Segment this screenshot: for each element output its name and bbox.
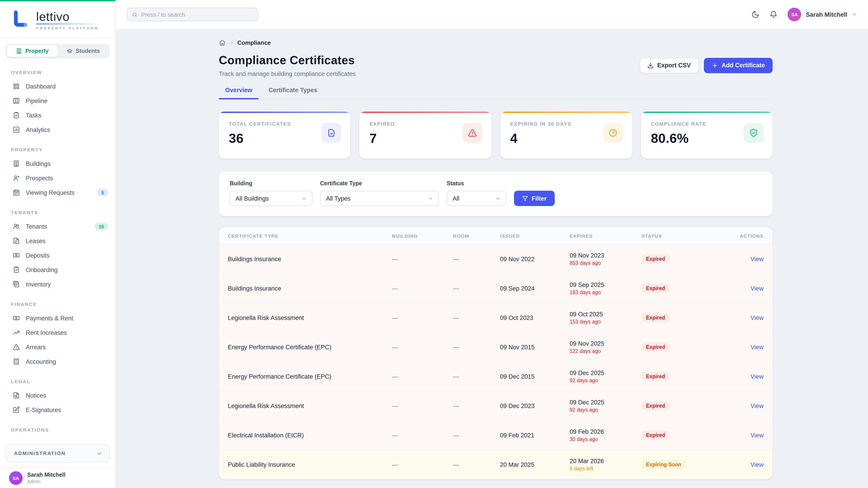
view-link[interactable]: View: [750, 432, 764, 438]
cell-expires-note: 92 days ago: [569, 407, 642, 413]
sidebar-item-label: Notices: [26, 392, 108, 399]
cell-issued: 09 Dec 2015: [500, 373, 569, 380]
sidebar-item-analytics[interactable]: Analytics: [0, 123, 115, 137]
sidebar-item-label: Onboarding: [26, 266, 108, 273]
view-link[interactable]: View: [750, 285, 764, 292]
view-link[interactable]: View: [750, 402, 764, 409]
filter-panel: Building All Buildings Certificate Type …: [219, 172, 773, 216]
sidebar-user[interactable]: SA Sarah Mitchell Admin: [0, 467, 115, 488]
sidebar-item-label: E-Signatures: [26, 406, 108, 413]
sidebar-item-notices[interactable]: Notices: [0, 388, 115, 402]
stat-total-certificates: TOTAL CERTIFICATES 36: [219, 111, 350, 159]
col-expires: EXPIRES: [569, 233, 642, 238]
main-area: SA Sarah Mitchell Compliance Compliance …: [116, 0, 868, 488]
sidebar-item-prospects[interactable]: Prospects: [0, 171, 115, 185]
sidebar-item-payments-rent[interactable]: Payments & Rent: [0, 311, 115, 325]
cell-issued: 09 Nov 2022: [500, 256, 569, 262]
status-badge: Expired: [642, 284, 670, 293]
view-link[interactable]: View: [750, 373, 764, 380]
sidebar-item-label: Dashboard: [26, 83, 108, 90]
user-menu[interactable]: SA Sarah Mitchell: [788, 8, 857, 21]
sidebar-item-rent-increases[interactable]: Rent Increases: [0, 325, 115, 340]
add-certificate-button[interactable]: Add Certificate: [704, 58, 773, 73]
toggle-property[interactable]: Property: [7, 45, 58, 57]
sidebar-item-viewing-requests[interactable]: Viewing Requests 5: [0, 185, 115, 200]
sidebar-item-label: Inventory: [26, 281, 108, 288]
page-title: Compliance Certificates: [219, 53, 355, 67]
view-link[interactable]: View: [750, 461, 764, 468]
stat-cards: TOTAL CERTIFICATES 36 EXPIRED: [219, 111, 773, 159]
stat-label: TOTAL CERTIFICATES: [229, 121, 291, 127]
sidebar-item-label: Viewing Requests: [26, 189, 91, 196]
export-csv-button[interactable]: Export CSV: [640, 58, 699, 73]
lettivo-logo-icon: [11, 9, 31, 29]
view-link[interactable]: View: [750, 344, 764, 350]
cell-certificate-type: Legionella Risk Assessment: [228, 314, 392, 321]
viewing-requests-badge: 5: [97, 189, 108, 196]
sidebar-item-buildings[interactable]: Buildings: [0, 156, 115, 171]
global-search[interactable]: [127, 8, 258, 21]
col-issued: ISSUED: [500, 233, 569, 238]
file-check-icon: [322, 123, 342, 143]
breadcrumb: Compliance: [219, 39, 773, 46]
view-link[interactable]: View: [750, 256, 764, 262]
cell-building: —: [392, 285, 453, 292]
status-filter-label: Status: [447, 180, 506, 187]
sidebar-item-label: Leases: [26, 237, 108, 244]
avatar: SA: [9, 471, 23, 485]
app-root: lettivo PROPERTY PLATFORM Property Stude…: [0, 0, 868, 488]
kanban-icon: [13, 97, 20, 104]
building-filter-select[interactable]: All Buildings: [230, 191, 312, 206]
sidebar-nav: OVERVIEW Dashboard Pipeline Tasks Analyt…: [0, 58, 115, 441]
col-actions: ACTIONS: [705, 233, 764, 238]
dark-mode-button[interactable]: [752, 10, 760, 19]
cell-certificate-type: Public Liability Insurance: [228, 461, 392, 468]
tab-certificate-types[interactable]: Certificate Types: [262, 87, 324, 99]
view-link[interactable]: View: [750, 314, 764, 321]
chevron-down-icon: [495, 196, 500, 201]
toggle-students-label: Students: [76, 48, 100, 54]
copy-list-icon: [13, 281, 20, 288]
sidebar-item-pipeline[interactable]: Pipeline: [0, 94, 115, 108]
status-badge: Expired: [642, 372, 670, 381]
stat-value: 4: [510, 131, 571, 146]
notifications-button[interactable]: [770, 10, 778, 19]
avatar: SA: [788, 8, 801, 21]
cell-issued: 09 Feb 2021: [500, 432, 569, 438]
table-row: Legionella Risk Assessment — — 09 Oct 20…: [219, 303, 773, 332]
brand-name: lettivo: [36, 10, 99, 23]
sidebar-item-arrears[interactable]: Arrears: [0, 340, 115, 354]
col-status: STATUS: [642, 233, 705, 238]
sidebar-item-tasks[interactable]: Tasks: [0, 108, 115, 123]
sidebar-item-leases[interactable]: Leases: [0, 234, 115, 248]
filter-button[interactable]: Filter: [514, 191, 555, 206]
user-plus-icon: [13, 174, 20, 182]
home-icon[interactable]: [219, 39, 225, 46]
page-content: Compliance Compliance Certificates Track…: [116, 29, 868, 488]
table-row: Buildings Insurance — — 09 Sep 2024 09 S…: [219, 274, 773, 303]
page-subtitle: Track and manage building compliance cer…: [219, 70, 355, 77]
sidebar-item-onboarding[interactable]: Onboarding: [0, 263, 115, 277]
table-row: Energy Performance Certificate (EPC) — —…: [219, 332, 773, 362]
sidebar-item-deposits[interactable]: Deposits: [0, 248, 115, 263]
sidebar-item-e-signatures[interactable]: E-Signatures: [0, 402, 115, 417]
administration-toggle[interactable]: ADMINISTRATION: [5, 444, 110, 463]
search-input[interactable]: [141, 11, 253, 18]
calendar-icon: [13, 189, 20, 196]
toggle-students[interactable]: Students: [58, 45, 108, 57]
section-finance: FINANCE: [0, 297, 115, 311]
cell-expires-date: 09 Dec 2025: [569, 399, 642, 406]
type-filter-select[interactable]: All Types: [320, 191, 439, 206]
sidebar-item-dashboard[interactable]: Dashboard: [0, 79, 115, 94]
sidebar-item-inventory[interactable]: Inventory: [0, 277, 115, 291]
cell-expires-note: 122 days ago: [569, 348, 642, 354]
cell-expires-date: 20 Mar 2026: [569, 458, 642, 464]
sidebar-item-tenants[interactable]: Tenants 15: [0, 219, 115, 234]
sidebar-item-accounting[interactable]: Accounting: [0, 354, 115, 369]
edit-icon: [13, 406, 20, 414]
stat-value: 80.6%: [651, 131, 706, 146]
cell-expires-date: 09 Oct 2025: [569, 311, 642, 318]
status-filter-select[interactable]: All: [447, 191, 506, 206]
alert-triangle-icon: [462, 123, 482, 143]
tab-overview[interactable]: Overview: [219, 87, 258, 99]
